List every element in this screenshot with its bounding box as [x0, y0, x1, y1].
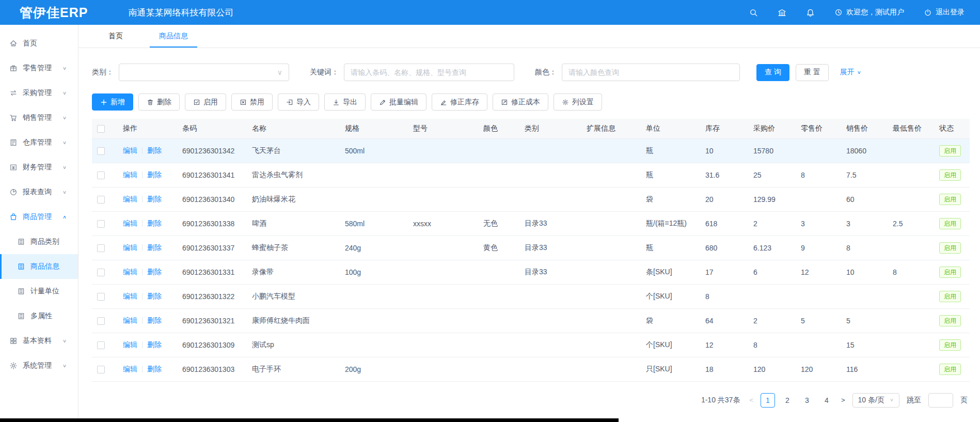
toolbar-button[interactable]: 修正库存	[432, 93, 487, 111]
delete-link[interactable]: 删除	[147, 316, 162, 324]
cell-ext	[581, 187, 641, 211]
table-row: 编辑删除 6901236301331 录像带 100g 目录33 条[SKU] …	[92, 260, 970, 284]
chevron-icon: ∨	[62, 115, 67, 120]
pagination-summary: 1-10 共37条	[701, 396, 740, 405]
delete-link[interactable]: 删除	[147, 243, 162, 252]
row-checkbox[interactable]	[97, 317, 105, 325]
color-input[interactable]	[562, 64, 740, 81]
toolbar-button[interactable]: 批量编辑	[371, 93, 426, 111]
edit-link[interactable]: 编辑	[123, 268, 137, 276]
status-badge: 启用	[939, 194, 961, 205]
sidebar-item[interactable]: 报表查询 ∨	[0, 180, 78, 205]
cell-ext	[581, 236, 641, 260]
cell-purchase: 8	[748, 333, 796, 357]
tab[interactable]: 商品信息	[156, 25, 191, 48]
keyword-input[interactable]	[344, 64, 514, 81]
edit-link[interactable]: 编辑	[123, 292, 137, 300]
cell-stock: 17	[700, 260, 748, 284]
cell-unit: 袋	[641, 308, 700, 333]
sidebar-item[interactable]: 仓库管理 ∨	[0, 130, 78, 155]
delete-link[interactable]: 删除	[147, 146, 162, 154]
row-checkbox[interactable]	[97, 171, 105, 179]
edit-link[interactable]: 编辑	[123, 219, 137, 227]
row-checkbox[interactable]	[97, 341, 105, 349]
table-row: 编辑删除 6901236301338 啤酒 580ml xxsxx 无色 目录3…	[92, 211, 970, 236]
status-badge: 启用	[939, 364, 961, 375]
sidebar-item[interactable]: 多属性	[0, 304, 78, 329]
chevron-icon: ∨	[62, 90, 67, 96]
chevron-icon: ∧	[62, 214, 67, 220]
delete-link[interactable]: 删除	[147, 292, 162, 300]
cell-color: 黄色	[478, 236, 519, 260]
toolbar-button[interactable]: 导出	[324, 93, 366, 111]
table-header-row: 操作条码名称规格型号颜色类别扩展信息单位库存采购价零售价销售价最低售价状态	[92, 119, 970, 138]
toolbar-button[interactable]: 禁用	[231, 93, 273, 111]
sidebar-item[interactable]: 商品信息	[0, 254, 78, 279]
row-checkbox[interactable]	[97, 220, 105, 228]
delete-link[interactable]: 删除	[147, 268, 162, 276]
edit-link[interactable]: 编辑	[123, 243, 137, 252]
toolbar-button[interactable]: 导入	[278, 93, 319, 111]
page-button[interactable]: 1	[761, 393, 775, 408]
delete-link[interactable]: 删除	[147, 195, 162, 203]
sidebar-item[interactable]: 销售管理 ∨	[0, 105, 78, 130]
edit-link[interactable]: 编辑	[123, 146, 137, 154]
row-checkbox[interactable]	[97, 269, 105, 276]
delete-link[interactable]: 删除	[147, 340, 162, 349]
logout-button[interactable]: 退出登录	[924, 8, 965, 17]
toolbar-button[interactable]: 新增	[92, 93, 133, 111]
sidebar-item[interactable]: 基本资料 ∨	[0, 329, 78, 353]
cell-name: 飞天茅台	[247, 138, 340, 163]
toolbar-button[interactable]: 删除	[138, 93, 180, 111]
category-label: 类别：	[92, 68, 114, 77]
cell-ext	[581, 138, 641, 163]
row-checkbox[interactable]	[97, 366, 105, 373]
page-button[interactable]: 4	[819, 393, 834, 408]
sidebar-item[interactable]: 计量单位	[0, 279, 78, 304]
notification-bell-icon[interactable]	[806, 8, 815, 17]
row-checkbox[interactable]	[97, 244, 105, 252]
delete-link[interactable]: 删除	[147, 219, 162, 227]
welcome-user[interactable]: 欢迎您，测试用户	[834, 8, 904, 17]
search-button[interactable]: 查 询	[756, 64, 789, 81]
edit-link[interactable]: 编辑	[123, 195, 137, 203]
toolbar-button[interactable]: 启用	[185, 93, 226, 111]
cell-barcode: 6901236301322	[177, 284, 247, 308]
search-icon[interactable]	[749, 8, 758, 17]
expand-link[interactable]: 展开 ∨	[840, 68, 861, 77]
row-checkbox[interactable]	[97, 293, 105, 301]
page-button[interactable]: 3	[800, 393, 814, 408]
delete-link[interactable]: 删除	[147, 170, 162, 179]
sidebar-item[interactable]: 首页	[0, 31, 78, 56]
sidebar-item[interactable]: 零售管理 ∨	[0, 56, 78, 81]
row-checkbox[interactable]	[97, 196, 105, 204]
page-button[interactable]: 2	[780, 393, 795, 408]
select-all-checkbox[interactable]	[97, 125, 105, 133]
cell-unit: 袋	[641, 187, 700, 211]
edit-link[interactable]: 编辑	[123, 365, 137, 373]
page-size-select[interactable]: 10 条/页 ∨	[852, 393, 899, 408]
home-portal-icon[interactable]	[778, 8, 786, 17]
sidebar-item[interactable]: 商品类别	[0, 229, 78, 254]
edit-link[interactable]: 编辑	[123, 170, 137, 179]
prev-page-arrow[interactable]: <	[749, 396, 753, 404]
tab[interactable]: 首页	[105, 25, 126, 48]
jump-page-input[interactable]	[928, 393, 953, 408]
category-select[interactable]: ∨	[119, 64, 289, 81]
cell-unit: 瓶	[641, 163, 700, 187]
row-checkbox[interactable]	[97, 147, 105, 155]
sidebar-item[interactable]: 系统管理 ∨	[0, 353, 78, 378]
link-divider	[142, 220, 143, 227]
cell-model	[408, 308, 478, 333]
toolbar-button[interactable]: 列设置	[554, 93, 602, 111]
toolbar-button[interactable]: 修正成本	[493, 93, 548, 111]
sidebar-item[interactable]: 商品管理 ∧	[0, 205, 78, 229]
sidebar-item[interactable]: 采购管理 ∨	[0, 81, 78, 105]
edit-link[interactable]: 编辑	[123, 316, 137, 324]
edit-link[interactable]: 编辑	[123, 340, 137, 349]
reset-button[interactable]: 重 置	[796, 64, 829, 81]
link-divider	[142, 244, 143, 251]
delete-link[interactable]: 删除	[147, 365, 162, 373]
next-page-arrow[interactable]: >	[841, 396, 845, 404]
sidebar-item[interactable]: 财务管理 ∨	[0, 155, 78, 180]
